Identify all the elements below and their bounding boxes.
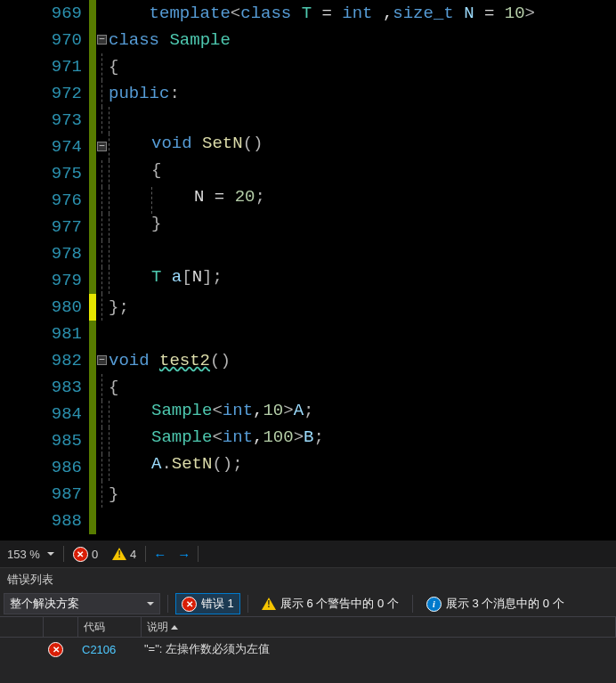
zoom-level[interactable]: 153 % — [0, 541, 61, 567]
fold-collapse-icon[interactable]: − — [97, 35, 107, 45]
code-line[interactable]: 984Sample<int,10>A; — [0, 401, 616, 427]
fold-collapse-icon[interactable]: − — [97, 142, 107, 151]
header-code-col[interactable]: 代码 — [78, 617, 142, 637]
header-desc-col[interactable]: 说明 — [142, 617, 616, 637]
fold-collapse-icon[interactable]: − — [97, 355, 107, 365]
code-line[interactable]: 980}; — [0, 294, 616, 321]
token-punc: . — [161, 454, 171, 474]
code-line[interactable]: 987} — [0, 481, 616, 508]
line-number: 969 — [0, 4, 89, 23]
line-content[interactable]: { — [109, 57, 616, 77]
info-filter-button[interactable]: i 展示 3 个消息中的 0 个 — [420, 593, 571, 614]
cell-desc: "=": 左操作数必须为左值 — [139, 638, 616, 661]
fold-gutter — [96, 187, 109, 214]
token-punc: > — [525, 4, 535, 23]
indent-guide — [109, 454, 151, 481]
code-line[interactable]: 983{ — [0, 374, 616, 401]
change-gutter — [89, 508, 96, 534]
fold-gutter — [96, 160, 109, 187]
code-line[interactable]: 969 template<class T = int ,size_t N = 1… — [0, 0, 616, 27]
line-content[interactable]: } — [109, 214, 616, 240]
line-number: 978 — [0, 244, 89, 264]
change-gutter — [89, 134, 96, 160]
warnings-filter-button[interactable]: 展示 6 个警告中的 0 个 — [255, 593, 405, 614]
token-white — [159, 30, 169, 50]
line-content[interactable]: }; — [109, 297, 616, 317]
token-punc: } — [109, 484, 118, 504]
code-line[interactable]: 971{ — [0, 53, 616, 80]
line-content[interactable]: N = 20; — [109, 187, 616, 214]
line-content[interactable]: } — [109, 484, 616, 504]
line-content[interactable] — [109, 107, 616, 134]
change-gutter — [89, 374, 96, 401]
line-content[interactable]: A.SetN(); — [109, 454, 616, 481]
line-content[interactable]: { — [109, 378, 616, 397]
code-line[interactable]: 985Sample<int,100>B; — [0, 427, 616, 454]
error-row[interactable]: ✕C2106"=": 左操作数必须为左值 — [0, 638, 616, 661]
fold-guide — [101, 374, 102, 401]
token-punc: { — [109, 57, 118, 77]
fold-guide — [101, 53, 102, 80]
line-content[interactable]: void SetN() — [109, 134, 616, 160]
line-content[interactable]: class Sample — [109, 30, 616, 50]
code-line[interactable]: 979T a[N]; — [0, 267, 616, 294]
line-content[interactable]: Sample<int,100>B; — [109, 427, 616, 454]
error-list-header: 代码 说明 — [0, 616, 616, 638]
change-gutter — [89, 107, 96, 134]
token-white: , — [373, 4, 393, 23]
code-line[interactable]: 982−void test2() — [0, 347, 616, 374]
code-line[interactable]: 970−class Sample — [0, 27, 616, 53]
line-content[interactable]: { — [109, 160, 616, 187]
scope-label: 整个解决方案 — [10, 596, 79, 612]
fold-gutter — [96, 240, 109, 267]
code-line[interactable]: 974−void SetN() — [0, 134, 616, 160]
cell-code[interactable]: C2106 — [77, 638, 139, 661]
token-white: = — [312, 4, 342, 23]
code-line[interactable]: 976N = 20; — [0, 187, 616, 214]
token-punc: < — [231, 4, 240, 23]
header-icon-col[interactable] — [0, 617, 44, 637]
error-icon: ✕ — [48, 642, 63, 657]
fold-guide — [101, 454, 102, 481]
error-icon: ✕ — [182, 597, 197, 612]
token-kw: int — [342, 4, 372, 23]
code-line[interactable]: 975{ — [0, 160, 616, 187]
change-gutter — [89, 294, 96, 321]
code-line[interactable]: 981 — [0, 321, 616, 347]
scope-dropdown[interactable]: 整个解决方案 — [4, 593, 160, 614]
code-line[interactable]: 973 — [0, 107, 616, 134]
error-count[interactable]: ✕ 0 — [66, 541, 105, 567]
change-gutter — [89, 80, 96, 107]
token-kw: class — [109, 30, 159, 50]
code-line[interactable]: 978 — [0, 240, 616, 267]
token-kw: class — [240, 4, 291, 23]
status-bar: 153 % ✕ 0 4 ← → — [0, 540, 616, 567]
errors-filter-button[interactable]: ✕ 错误 1 — [175, 593, 240, 614]
line-content[interactable]: void test2() — [109, 351, 616, 370]
change-gutter — [89, 427, 96, 454]
change-gutter — [89, 481, 96, 508]
warning-count[interactable]: 4 — [105, 541, 143, 567]
line-content[interactable]: T a[N]; — [109, 267, 616, 294]
code-line[interactable]: 972public: — [0, 80, 616, 107]
token-punc: () — [210, 351, 231, 370]
line-content[interactable]: template<class T = int ,size_t N = 10> — [109, 4, 616, 23]
nav-back-button[interactable]: ← — [148, 547, 172, 562]
change-gutter — [89, 53, 96, 80]
fold-gutter — [96, 53, 109, 80]
header-severity-col[interactable] — [44, 617, 78, 637]
separator — [198, 546, 199, 562]
code-line[interactable]: 977} — [0, 214, 616, 240]
token-punc: { — [109, 378, 118, 397]
code-editor[interactable]: 969 template<class T = int ,size_t N = 1… — [0, 0, 616, 540]
line-content[interactable]: Sample<int,10>A; — [109, 401, 616, 427]
line-content[interactable]: public: — [109, 84, 616, 103]
code-line[interactable]: 988 — [0, 508, 616, 534]
info-filter-label: 展示 3 个消息中的 0 个 — [446, 596, 564, 612]
change-gutter — [89, 27, 96, 53]
code-line[interactable]: 986A.SetN(); — [0, 454, 616, 481]
line-number: 974 — [0, 137, 89, 157]
line-content[interactable] — [109, 240, 616, 267]
token-func: SetN — [202, 134, 243, 153]
nav-forward-button[interactable]: → — [172, 547, 196, 562]
